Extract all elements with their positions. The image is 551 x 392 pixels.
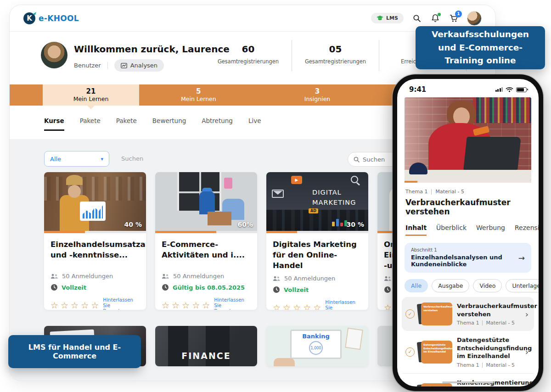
chip-alle[interactable]: Alle [405, 279, 428, 292]
course-card-einzelhandelsumsatz[interactable]: 40 % Einzelhandelsumsatzanalyse und -ken… [44, 172, 146, 310]
course-title[interactable]: Digitales Marketing für den Online-Hande… [273, 239, 362, 271]
lms-badge-label: LMS [386, 15, 398, 21]
tab-live[interactable]: Live [248, 117, 261, 131]
star-icon[interactable]: ☆ [182, 301, 190, 310]
star-icon[interactable]: ☆ [61, 301, 68, 310]
progress-badge: 60% [237, 221, 253, 228]
star-icon[interactable]: ☆ [91, 301, 99, 310]
mail-icon [272, 190, 284, 198]
people-icon [162, 274, 169, 279]
magnifier-icon [351, 176, 358, 183]
star-icon[interactable]: ☆ [172, 301, 180, 310]
section-card[interactable]: Abschnitt 1 Einzelhandelsanalysen und Ku… [405, 243, 531, 273]
lms-badge[interactable]: LMS [371, 13, 404, 23]
category-dropdown[interactable]: Alle ▾ [44, 151, 109, 167]
tab-kurse[interactable]: Kurse [44, 117, 64, 131]
user-role-label: Benutzer [74, 62, 108, 69]
people-icon [273, 276, 281, 281]
tab-inhalt[interactable]: Inhalt [405, 224, 427, 236]
chip-video[interactable]: Video [473, 279, 502, 292]
tab-pakete[interactable]: Pakete [80, 117, 101, 131]
phone-mockup: 9:41 Thema 1 Material - 5 [393, 74, 543, 391]
course-card-banking[interactable]: Banking 1,000 [266, 326, 368, 366]
course-card-ecommerce[interactable]: 60% E-Commerce-Aktivitäten und i.... 50 … [155, 172, 257, 310]
course-card-finance[interactable]: FINANCE [155, 326, 257, 366]
lesson-title: Verbraucherkaufmuster verstehen [405, 198, 530, 216]
tab-bewertung[interactable]: Bewertung [152, 117, 186, 131]
lesson-item-title: Datengestützte Entscheidungsfindung im E… [457, 336, 519, 360]
home-indicator[interactable] [442, 381, 494, 383]
star-icon[interactable]: ☆ [162, 301, 169, 310]
search-label: Suchen [121, 155, 143, 162]
star-icon[interactable]: ☆ [192, 301, 200, 310]
phone-status-bar: 9:41 [397, 79, 539, 96]
learnbar-item-mein-lernen-2[interactable]: 5Mein Lernen [139, 84, 258, 106]
star-icon[interactable]: ☆ [303, 303, 311, 310]
analytics-button[interactable]: Analysen [114, 59, 164, 72]
search-icon [354, 157, 360, 162]
star-icon[interactable]: ☆ [384, 303, 392, 310]
arrow-right-icon[interactable]: → [518, 253, 525, 263]
tab-rezension[interactable]: Rezension [515, 224, 539, 236]
star-icon[interactable]: ☆ [313, 303, 321, 310]
chevron-right-icon[interactable]: › [523, 309, 530, 319]
tab-abtretung[interactable]: Abtretung [202, 117, 233, 131]
lesson-thumbnail: Datengestützte Entscheidungsfindung im E… [419, 341, 452, 364]
lesson-breadcrumb: Thema 1 Material - 5 [405, 189, 530, 195]
star-icon[interactable]: ☆ [81, 301, 89, 310]
lesson-item-1[interactable]: ✓ Verbraucherkaufmuster verstehen Verbra… [402, 297, 534, 331]
progress-badge: 30 % [347, 221, 364, 228]
logo-icon: K [23, 12, 35, 24]
star-icon[interactable]: ☆ [273, 303, 281, 310]
search-icon[interactable] [412, 13, 422, 23]
user-avatar[interactable] [467, 11, 482, 26]
course-title[interactable]: E-Commerce-Aktivitäten und i.... [162, 239, 251, 269]
star-icon[interactable]: ☆ [202, 301, 210, 310]
tab-werbung[interactable]: Werbung [476, 224, 505, 236]
leave-review-link[interactable]: Hinterlassen Sie Bewertungen [103, 297, 140, 310]
lesson-item-3[interactable]: ✓ Kundensegmentierung und Zielgruppenans… [402, 373, 534, 386]
profile-avatar[interactable] [41, 42, 67, 68]
star-icon[interactable]: ☆ [71, 301, 79, 310]
clock-icon [162, 284, 169, 291]
lesson-list: ✓ Verbraucherkaufmuster verstehen Verbra… [402, 297, 534, 386]
star-icon[interactable]: ☆ [51, 301, 58, 310]
leave-review-link[interactable]: Hinterlassen Sie Bewertungen [325, 299, 362, 310]
leave-review-link[interactable]: Hinterlassen Sie Bewertungen [214, 297, 251, 310]
video-progress-bar[interactable] [405, 181, 531, 183]
lesson-item-2[interactable]: ✓ Datengestützte Entscheidungsfindung im… [402, 331, 534, 373]
cart-icon[interactable]: 1 [449, 13, 459, 23]
category-dropdown-value: Alle [50, 156, 61, 162]
material-label: Material - 5 [435, 189, 464, 195]
image-caption: Banking [292, 333, 340, 340]
lesson-item-title: Verbraucherkaufmuster verstehen [457, 302, 519, 318]
star-icon[interactable]: ☆ [283, 303, 291, 310]
search-placeholder: Suchen [363, 156, 385, 163]
lesson-video[interactable] [405, 97, 531, 181]
enrollment-count: 50 Anmeldungen [62, 273, 113, 280]
header-actions: LMS 1 [371, 11, 482, 26]
people-icon [51, 274, 58, 279]
course-tabs: Kurse Pakete Pakete Bewertung Abtretung … [44, 117, 261, 131]
chart-icon [121, 63, 127, 68]
learnbar-item-mein-lernen[interactable]: 21Mein Lernen [43, 84, 139, 106]
chip-ausgabe[interactable]: Ausgabe [432, 279, 469, 292]
notification-bell-icon[interactable] [430, 13, 440, 23]
chevron-right-icon[interactable]: › [523, 347, 530, 357]
course-title[interactable]: Einzelhandelsumsatzanalyse und -kenntnis… [51, 239, 140, 269]
phone-tabs: Inhalt Überblick Werbung Rezension Komme… [405, 224, 530, 236]
topic-label: Thema 1 [405, 189, 427, 195]
tab-pakete-2[interactable]: Pakete [116, 117, 137, 131]
chevron-down-icon: ▾ [101, 156, 103, 162]
learnbar-item-insignien[interactable]: 3Insignien [258, 84, 377, 106]
stat-registrations: 60 Gesamtregistrierungen [205, 40, 292, 71]
tab-ueberblick[interactable]: Überblick [436, 224, 467, 236]
play-icon: ▶ [291, 176, 302, 184]
chip-unterlagen[interactable]: Unterlagen ▾ [506, 279, 539, 292]
schedule-label: Gültig bis 08.05.2025 [173, 284, 245, 291]
analytics-label: Analysen [130, 62, 157, 69]
logo[interactable]: K e-KHOOL [23, 12, 79, 24]
course-card-digitales-marketing[interactable]: DIGITAL MARKETING ▶ AD 30 % [266, 172, 368, 310]
star-icon[interactable]: ☆ [293, 303, 301, 310]
clock-icon [273, 286, 280, 293]
